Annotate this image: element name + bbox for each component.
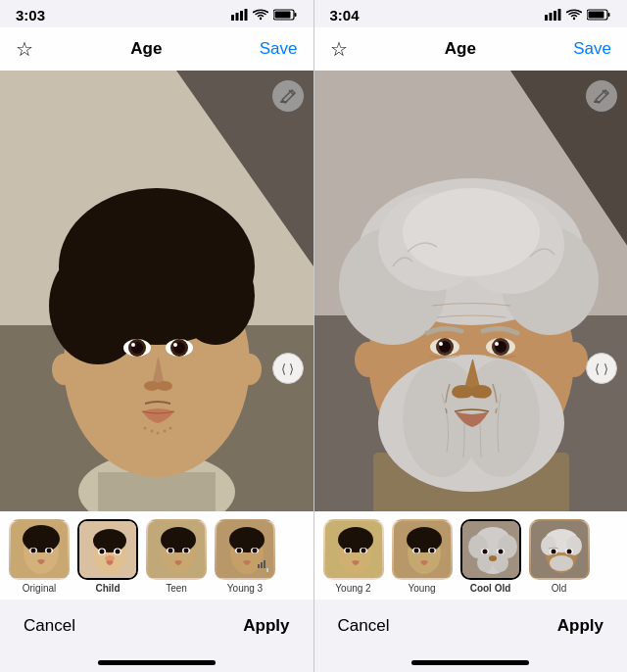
svg-rect-67 [258,564,260,568]
left-eraser-button[interactable] [272,80,304,112]
right-save-button[interactable]: Save [573,39,611,59]
filter-young3[interactable]: Young 3 [214,519,276,596]
svg-point-114 [345,549,350,553]
filter-old-face [531,521,590,580]
left-photo-area: ⟨ ⟩ [0,71,314,511]
svg-point-29 [157,381,172,391]
left-nav-bar: ☆ Age Save [0,27,314,71]
svg-point-27 [173,343,177,347]
svg-point-136 [489,555,497,561]
filter-young2[interactable]: Young 2 [322,519,385,596]
left-cancel-button[interactable]: Cancel [24,616,75,636]
right-filter-bar: Young 2 Young [314,511,628,600]
filter-original-thumb [9,519,70,580]
svg-point-105 [470,385,492,399]
right-signal-icon [545,9,561,21]
left-apply-button[interactable]: Apply [243,616,289,636]
right-face-svg [314,71,628,511]
left-filter-bar: Original Child [0,511,314,600]
svg-rect-71 [545,15,548,21]
left-split-handle[interactable]: ⟨ ⟩ [272,353,304,384]
left-screen: 3:03 ☆ Age Save [0,0,314,672]
svg-point-143 [551,550,555,554]
filter-teen[interactable]: Teen [145,519,208,596]
right-home-indicator [314,652,628,672]
filter-cool-old-label: Cool Old [470,583,511,594]
svg-point-34 [169,427,172,430]
filter-child[interactable]: Child [76,519,139,596]
svg-rect-3 [244,9,247,21]
svg-point-57 [169,549,173,553]
svg-point-62 [229,527,265,552]
svg-rect-72 [550,13,553,21]
filter-teen-label: Teen [166,583,187,594]
svg-point-19 [118,206,225,304]
right-photo-area: ⟨ ⟩ [314,71,628,511]
right-nav-title: Age [445,39,476,59]
svg-point-42 [31,549,36,553]
svg-point-103 [495,342,499,346]
right-home-bar [411,660,529,665]
svg-point-116 [361,549,365,553]
svg-point-119 [407,527,442,552]
svg-rect-73 [554,11,556,21]
svg-rect-74 [558,9,561,21]
signal-icon [231,9,248,21]
right-split-arrows-icon: ⟨ ⟩ [595,361,608,376]
svg-point-31 [151,430,154,433]
left-bottom-bar: Cancel Apply [0,600,314,652]
filter-child-thumb [77,519,138,580]
svg-point-146 [550,555,573,571]
svg-point-23 [131,343,135,347]
wifi-icon [253,9,268,21]
svg-rect-7 [274,12,290,19]
right-battery-icon [587,9,611,21]
right-status-bar: 3:04 [314,0,628,27]
right-split-handle[interactable]: ⟨ ⟩ [586,353,617,384]
left-home-bar [98,660,216,665]
right-favorite-button[interactable]: ☆ [330,37,348,61]
left-main-photo: ⟨ ⟩ [0,71,314,511]
svg-point-40 [23,525,60,552]
filter-original-face [11,521,70,580]
eraser-icon [279,87,297,105]
svg-point-131 [493,552,508,572]
filter-old-label: Old [552,583,567,594]
left-status-bar: 3:03 [0,0,314,27]
left-time: 3:03 [16,7,45,24]
filter-young3-label: Young 3 [227,583,263,594]
svg-point-133 [482,550,487,554]
right-eraser-button[interactable] [586,80,617,112]
svg-point-145 [566,550,571,554]
left-face-svg [0,71,314,511]
svg-rect-0 [231,15,234,21]
left-nav-title: Age [130,39,162,59]
svg-point-36 [238,354,262,385]
svg-point-108 [560,342,588,377]
right-bottom-bar: Cancel Apply [314,600,628,652]
svg-point-107 [355,342,382,377]
svg-point-99 [439,342,443,346]
right-eraser-icon [593,87,610,105]
svg-point-75 [573,18,575,20]
filter-child-label: Child [96,583,121,594]
left-save-button[interactable]: Save [260,39,298,59]
left-favorite-button[interactable]: ☆ [16,37,33,61]
svg-rect-69 [264,560,265,568]
filter-young2-label: Young 2 [335,583,370,594]
filter-original[interactable]: Original [8,519,71,596]
svg-point-135 [498,550,503,554]
svg-point-121 [413,549,418,553]
svg-rect-109 [594,101,601,103]
filter-young[interactable]: Young [391,519,454,596]
right-cancel-button[interactable]: Cancel [338,616,390,636]
right-main-photo: ⟨ ⟩ [314,71,628,511]
filter-cool-old[interactable]: Cool Old [459,519,522,596]
svg-rect-2 [240,11,243,21]
filter-old[interactable]: Old [528,519,591,596]
right-apply-button[interactable]: Apply [557,616,603,636]
filter-young3-thumb [215,519,275,580]
filter-young2-face [325,521,384,580]
filter-teen-thumb [146,519,207,580]
svg-point-49 [100,550,105,554]
